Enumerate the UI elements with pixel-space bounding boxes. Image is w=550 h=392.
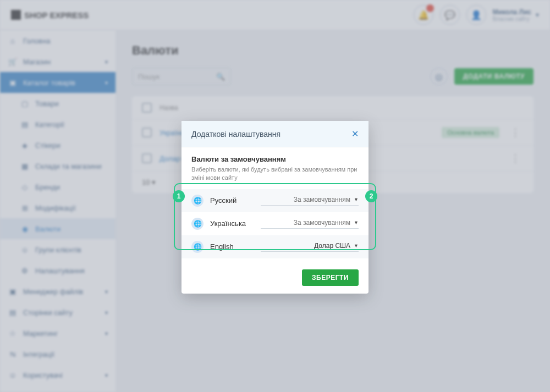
select-value: Долар США <box>314 242 350 250</box>
modal-overlay: Додаткові налаштування ✕ Валюти за замов… <box>0 0 550 392</box>
select-value: За замовчуванням <box>294 196 350 203</box>
lang-label: Українська <box>210 219 254 228</box>
callout-1: 1 <box>173 190 185 202</box>
currency-select-russian[interactable]: За замовчуванням ▼ <box>261 196 359 206</box>
lang-label: Русский <box>210 196 254 205</box>
language-currency-list: 🌐 Русский За замовчуванням ▼ 🌐 Українськ… <box>182 189 369 258</box>
section-description: Виберіть валюти, які будуть вибрані за з… <box>191 165 359 183</box>
modal-header: Додаткові налаштування ✕ <box>182 121 369 147</box>
currency-select-ukrainian[interactable]: За замовчуванням ▼ <box>261 219 359 229</box>
chevron-down-icon: ▼ <box>354 243 359 249</box>
section-title: Валюти за замовчуванням <box>191 155 359 163</box>
globe-icon: 🌐 <box>191 241 204 253</box>
select-value: За замовчуванням <box>294 219 350 227</box>
modal-footer: ЗБЕРЕГТИ <box>182 262 369 294</box>
chevron-down-icon: ▼ <box>354 197 359 202</box>
lang-row-english: 🌐 English Долар США ▼ <box>182 235 369 258</box>
globe-icon: 🌐 <box>191 218 204 230</box>
settings-modal: Додаткові налаштування ✕ Валюти за замов… <box>182 121 369 294</box>
modal-body: Валюти за замовчуванням Виберіть валюти,… <box>182 147 369 262</box>
lang-row-russian: 🌐 Русский За замовчуванням ▼ <box>182 189 369 212</box>
chevron-down-icon: ▼ <box>354 220 359 225</box>
close-button[interactable]: ✕ <box>351 129 359 139</box>
callout-2: 2 <box>365 190 377 202</box>
save-button[interactable]: ЗБЕРЕГТИ <box>302 269 359 286</box>
currency-select-english[interactable]: Долар США ▼ <box>261 242 359 252</box>
lang-label: English <box>210 242 254 251</box>
lang-row-ukrainian: 🌐 Українська За замовчуванням ▼ <box>182 212 369 235</box>
globe-icon: 🌐 <box>191 195 204 207</box>
modal-title: Додаткові налаштування <box>191 130 280 139</box>
